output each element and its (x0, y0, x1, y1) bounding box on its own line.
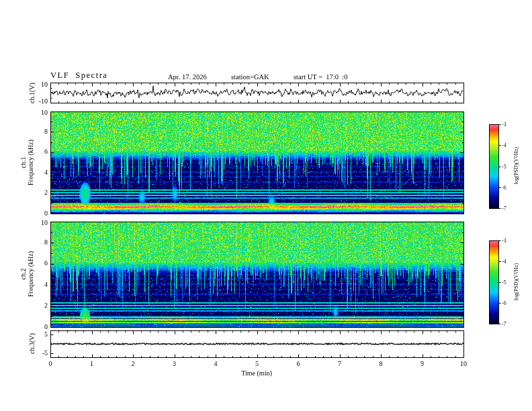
ch2-channel-label: ch.2 (19, 224, 27, 324)
spectrogram-canvas (0, 0, 532, 411)
ch2-frequency-axis-label: ch.2 Frequency (kHz) (19, 224, 34, 324)
ch1-voltage-axis-label: ch.1(V) (28, 73, 36, 113)
start-ut-label: start UT = 17:0 :0 (294, 73, 347, 81)
ch2-frequency-unit-label: Frequency (kHz) (27, 224, 34, 324)
vlf-spectra-figure: VLF Spectra Apr. 17. 2026 station=GAK st… (0, 0, 532, 411)
ch1-frequency-unit-label: Frequency (kHz) (27, 112, 34, 213)
colorbar2-label: log(PSD)(V²/Hz) (513, 248, 519, 316)
colorbar1-label: log(PSD)(V²/Hz) (513, 132, 519, 199)
ch1-frequency-axis-label: ch.1 Frequency (kHz) (19, 112, 34, 213)
plot-date: Apr. 17. 2026 (168, 73, 207, 81)
ch1-channel-label: ch.1 (19, 112, 27, 213)
plot-title: VLF Spectra (50, 71, 107, 81)
station-label: station=GAK (231, 73, 269, 81)
ch3-voltage-axis-label: ch.3(V) (28, 324, 36, 364)
time-axis-label: Time (min) (230, 369, 283, 377)
